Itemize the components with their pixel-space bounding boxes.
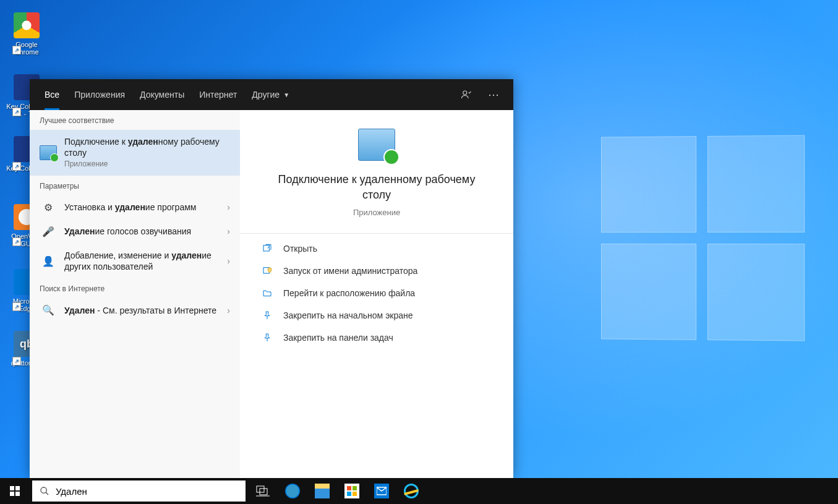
open-icon — [260, 244, 275, 254]
settings-item-icon: ⚙ — [40, 202, 57, 213]
taskbar-search-box[interactable] — [32, 481, 246, 502]
action-label: Закрепить на начальном экране — [283, 310, 413, 320]
section-settings: Параметры — [30, 176, 240, 195]
result-settings-1[interactable]: 🎤Удаление голосов озвучивания› — [30, 220, 240, 244]
preview-subtitle: Приложение — [353, 208, 400, 217]
start-search-panel: Все Приложения Документы Интернет Другие… — [30, 79, 513, 478]
svg-rect-8 — [260, 489, 267, 495]
taskbar-explorer[interactable] — [307, 478, 337, 504]
settings-item-icon: 🎤 — [40, 226, 57, 237]
shortcut-arrow-icon: ↗ — [12, 108, 21, 116]
chevron-right-icon: › — [227, 202, 230, 212]
rdp-icon — [40, 145, 57, 160]
taskbar-edge[interactable] — [278, 478, 307, 504]
tab-internet[interactable]: Интернет — [192, 79, 244, 110]
search-tabs: Все Приложения Документы Интернет Другие… — [30, 79, 513, 110]
shortcut-arrow-icon: ↗ — [12, 162, 21, 171]
result-settings-2[interactable]: 👤Добавление, изменение и удаление других… — [30, 244, 240, 278]
svg-point-0 — [463, 91, 467, 95]
section-best-match: Лучшее соответствие — [30, 110, 240, 130]
search-icon: 🔍 — [40, 304, 57, 316]
section-web: Поиск в Интернете — [30, 278, 240, 298]
svg-point-5 — [41, 487, 46, 493]
chevron-right-icon: › — [227, 305, 230, 315]
svg-line-6 — [46, 492, 48, 495]
chevron-right-icon: › — [227, 226, 230, 236]
start-button[interactable] — [0, 478, 30, 504]
taskbar-store[interactable] — [337, 478, 367, 504]
chevron-right-icon: › — [227, 256, 230, 266]
shortcut-arrow-icon: ↗ — [12, 237, 21, 246]
preview-actions: ОткрытьЗапуск от имени администратораПер… — [240, 233, 513, 352]
pin-icon — [260, 333, 275, 343]
search-icon — [40, 486, 49, 496]
result-web-search[interactable]: 🔍 Удален - См. результаты в Интернете › — [30, 298, 240, 322]
preview-title: Подключение к удаленному рабочему столу — [240, 172, 513, 203]
preview-rdp-icon — [358, 129, 395, 161]
folder-icon — [260, 288, 275, 298]
action-pin-4[interactable]: Закрепить на панели задач — [240, 327, 513, 349]
action-label: Перейти к расположению файла — [283, 288, 415, 298]
taskbar-ie[interactable] — [396, 478, 426, 504]
task-view-button[interactable] — [248, 478, 278, 504]
action-folder-2[interactable]: Перейти к расположению файла — [240, 282, 513, 304]
windows-icon — [10, 486, 20, 496]
taskbar — [0, 478, 838, 504]
tab-more[interactable]: Другие▼ — [244, 79, 297, 110]
search-input[interactable] — [56, 486, 238, 497]
tab-apps[interactable]: Приложения — [67, 79, 132, 110]
chrome-icon — [14, 12, 40, 38]
pin-icon — [260, 310, 275, 320]
tab-all[interactable]: Все — [37, 79, 67, 110]
search-results-list: Лучшее соответствие Подключение к удален… — [30, 110, 240, 478]
shortcut-arrow-icon: ↗ — [12, 302, 21, 311]
action-open-0[interactable]: Открыть — [240, 237, 513, 260]
more-options-icon[interactable]: ⋯ — [481, 82, 506, 107]
svg-rect-7 — [257, 486, 264, 492]
feedback-icon[interactable] — [454, 82, 479, 107]
action-pin-3[interactable]: Закрепить на начальном экране — [240, 304, 513, 327]
wallpaper-windows-logo — [601, 135, 805, 341]
desktop-icon-chrome[interactable]: ↗Google Chrome — [5, 12, 48, 56]
action-label: Запуск от имени администратора — [283, 266, 417, 276]
action-label: Закрепить на панели задач — [283, 333, 393, 343]
search-preview-pane: Подключение к удаленному рабочему столу … — [240, 110, 513, 478]
tab-documents[interactable]: Документы — [132, 79, 192, 110]
settings-item-icon: 👤 — [40, 255, 57, 267]
svg-rect-1 — [263, 246, 269, 251]
result-settings-0[interactable]: ⚙Установка и удаление программ› — [30, 195, 240, 220]
desktop-icon-label: Google Chrome — [5, 41, 48, 56]
shortcut-arrow-icon: ↗ — [12, 46, 21, 54]
shortcut-arrow-icon: ↗ — [12, 357, 21, 365]
result-remote-desktop[interactable]: Подключение к удаленному рабочему столу … — [30, 130, 240, 176]
action-label: Открыть — [283, 244, 317, 254]
action-shield-1[interactable]: Запуск от имени администратора — [240, 260, 513, 282]
taskbar-mail[interactable] — [367, 478, 396, 504]
shield-icon — [260, 266, 275, 276]
